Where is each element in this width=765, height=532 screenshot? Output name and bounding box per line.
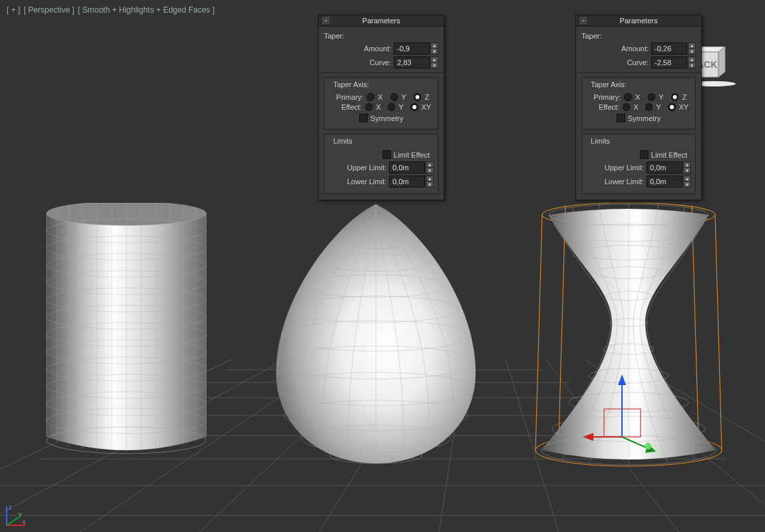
spinner-down-icon[interactable]: ▼ <box>426 168 434 174</box>
upper-limit-spinner[interactable]: ▲▼ <box>647 162 691 174</box>
limits-group-label: Limits <box>589 137 612 145</box>
lower-limit-spinner[interactable]: ▲▼ <box>389 176 434 188</box>
lower-limit-label: Lower Limit: <box>329 178 386 186</box>
upper-limit-input[interactable] <box>389 162 425 174</box>
spinner-up-icon[interactable]: ▲ <box>683 162 691 168</box>
svg-text:y: y <box>656 446 659 453</box>
effect-xy-radio[interactable] <box>410 103 418 111</box>
spinner-down-icon[interactable]: ▼ <box>683 182 691 188</box>
panel-title[interactable]: - Parameters <box>319 15 444 27</box>
primary-z-radio[interactable] <box>671 93 679 101</box>
taper-group-label: Taper: <box>581 32 696 40</box>
effect-x-radio[interactable] <box>365 103 373 111</box>
object-cylinder[interactable] <box>33 203 220 456</box>
svg-marker-2 <box>718 47 725 77</box>
amount-label: Amount: <box>581 45 649 53</box>
limit-effect-label: Limit Effect <box>394 151 430 159</box>
amount-input[interactable] <box>651 43 687 55</box>
taper-axis-group-label: Taper Axis: <box>331 80 371 88</box>
viewport-menu-plus[interactable]: [ + ] <box>7 5 20 15</box>
primary-y-radio[interactable] <box>390 93 398 101</box>
svg-text:z: z <box>9 504 12 511</box>
spinner-down-icon[interactable]: ▼ <box>426 182 434 188</box>
object-egg[interactable] <box>269 203 482 466</box>
primary-axis-label: Primary: <box>329 93 363 101</box>
symmetry-checkbox[interactable] <box>617 114 625 122</box>
amount-spinner[interactable]: ▲▼ <box>394 43 438 55</box>
svg-point-72 <box>645 443 651 450</box>
svg-text:x: x <box>23 519 26 525</box>
limit-effect-label: Limit Effect <box>651 151 687 159</box>
upper-limit-label: Upper Limit: <box>586 164 644 172</box>
spinner-up-icon[interactable]: ▲ <box>688 57 696 63</box>
curve-input[interactable] <box>394 57 430 68</box>
limit-effect-checkbox[interactable] <box>382 150 391 159</box>
spinner-down-icon[interactable]: ▼ <box>688 49 696 55</box>
curve-label: Curve: <box>581 59 649 66</box>
upper-limit-spinner[interactable]: ▲▼ <box>389 162 434 174</box>
taper-group-label: Taper: <box>324 32 438 40</box>
viewport-menu-shading[interactable]: [ Smooth + Highlights + Edged Faces ] <box>78 5 214 15</box>
lower-limit-input[interactable] <box>647 176 683 188</box>
svg-text:y: y <box>19 511 22 517</box>
spinner-up-icon[interactable]: ▲ <box>426 162 434 168</box>
spinner-down-icon[interactable]: ▼ <box>430 49 438 55</box>
curve-input[interactable] <box>651 57 687 68</box>
effect-y-radio[interactable] <box>388 103 395 111</box>
spinner-down-icon[interactable]: ▼ <box>430 63 438 68</box>
symmetry-checkbox[interactable] <box>359 114 368 122</box>
symmetry-label: Symmetry <box>628 114 661 122</box>
svg-line-52 <box>559 205 565 437</box>
effect-y-radio[interactable] <box>645 103 653 111</box>
spinner-up-icon[interactable]: ▲ <box>426 176 434 182</box>
effect-xy-radio[interactable] <box>668 103 675 111</box>
curve-spinner[interactable]: ▲▼ <box>394 57 438 68</box>
primary-x-radio[interactable] <box>367 93 375 101</box>
primary-axis-label: Primary: <box>586 93 621 101</box>
svg-line-51 <box>715 215 722 450</box>
world-axis-gizmo: z x y <box>3 503 29 529</box>
curve-spinner[interactable]: ▲▼ <box>651 57 696 68</box>
primary-x-radio[interactable] <box>624 93 632 101</box>
viewport-label[interactable]: [ + ] [ Perspective ] [ Smooth + Highlig… <box>7 5 216 15</box>
minimize-icon[interactable]: - <box>579 16 588 25</box>
spinner-down-icon[interactable]: ▼ <box>683 168 691 174</box>
lower-limit-input[interactable] <box>389 176 425 188</box>
spinner-up-icon[interactable]: ▲ <box>430 57 438 63</box>
limit-effect-checkbox[interactable] <box>640 150 649 159</box>
svg-line-50 <box>536 215 542 450</box>
spinner-up-icon[interactable]: ▲ <box>688 43 696 49</box>
spinner-up-icon[interactable]: ▲ <box>683 176 691 182</box>
panel-title[interactable]: - Parameters <box>576 15 701 27</box>
parameters-rollout-1[interactable]: - Parameters Taper: Amount: ▲▼ Curve: ▲▼ <box>318 15 444 200</box>
amount-input[interactable] <box>394 43 430 55</box>
svg-line-78 <box>7 517 19 525</box>
minimize-icon[interactable]: - <box>321 16 331 25</box>
object-hourglass[interactable]: y <box>532 203 725 469</box>
taper-axis-group-label: Taper Axis: <box>589 80 629 88</box>
panel-title-text: Parameters <box>620 17 658 25</box>
effect-axis-label: Effect: <box>329 103 362 111</box>
panel-title-text: Parameters <box>363 17 400 25</box>
upper-limit-input[interactable] <box>647 162 683 174</box>
effect-axis-label: Effect: <box>586 103 619 111</box>
spinner-down-icon[interactable]: ▼ <box>688 63 696 68</box>
lower-limit-spinner[interactable]: ▲▼ <box>647 176 691 188</box>
amount-label: Amount: <box>324 45 391 53</box>
parameters-rollout-2[interactable]: - Parameters Taper: Amount: ▲▼ Curve: ▲▼ <box>575 15 702 200</box>
effect-x-radio[interactable] <box>623 103 630 111</box>
primary-y-radio[interactable] <box>648 93 656 101</box>
limits-group-label: Limits <box>331 137 355 145</box>
curve-label: Curve: <box>324 59 391 66</box>
amount-spinner[interactable]: ▲▼ <box>651 43 696 55</box>
primary-z-radio[interactable] <box>414 93 422 101</box>
symmetry-label: Symmetry <box>371 114 404 122</box>
spinner-up-icon[interactable]: ▲ <box>430 43 438 49</box>
svg-line-53 <box>692 205 698 437</box>
upper-limit-label: Upper Limit: <box>329 164 386 172</box>
viewport-menu-view[interactable]: [ Perspective ] <box>24 5 75 15</box>
lower-limit-label: Lower Limit: <box>586 178 644 186</box>
